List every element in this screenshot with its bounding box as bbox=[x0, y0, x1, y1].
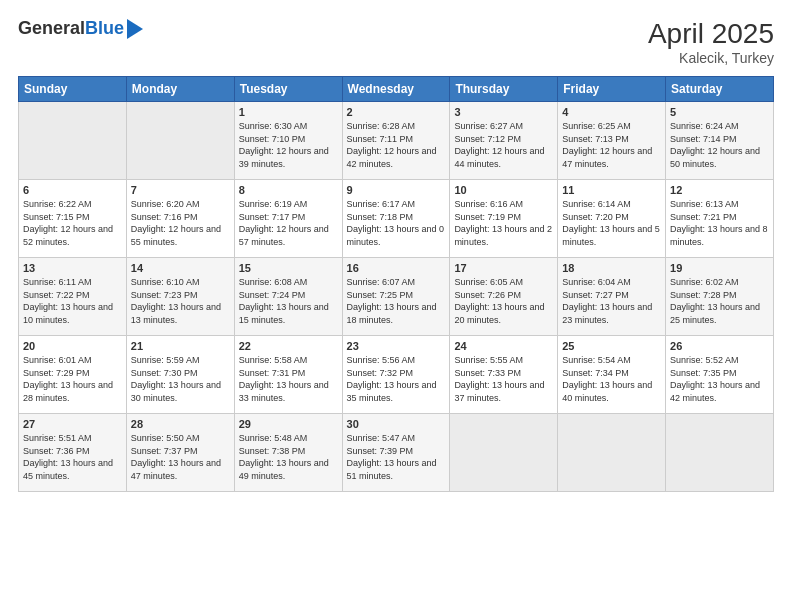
day-info: Sunrise: 6:04 AM Sunset: 7:27 PM Dayligh… bbox=[562, 276, 661, 326]
day-info: Sunrise: 6:27 AM Sunset: 7:12 PM Dayligh… bbox=[454, 120, 553, 170]
calendar-cell: 13Sunrise: 6:11 AM Sunset: 7:22 PM Dayli… bbox=[19, 258, 127, 336]
day-info: Sunrise: 5:51 AM Sunset: 7:36 PM Dayligh… bbox=[23, 432, 122, 482]
day-of-week-header: Friday bbox=[558, 77, 666, 102]
day-number: 8 bbox=[239, 184, 338, 196]
calendar-cell: 7Sunrise: 6:20 AM Sunset: 7:16 PM Daylig… bbox=[126, 180, 234, 258]
calendar-cell: 23Sunrise: 5:56 AM Sunset: 7:32 PM Dayli… bbox=[342, 336, 450, 414]
day-info: Sunrise: 5:54 AM Sunset: 7:34 PM Dayligh… bbox=[562, 354, 661, 404]
day-info: Sunrise: 5:48 AM Sunset: 7:38 PM Dayligh… bbox=[239, 432, 338, 482]
day-number: 7 bbox=[131, 184, 230, 196]
calendar-cell: 29Sunrise: 5:48 AM Sunset: 7:38 PM Dayli… bbox=[234, 414, 342, 492]
day-number: 5 bbox=[670, 106, 769, 118]
day-info: Sunrise: 6:11 AM Sunset: 7:22 PM Dayligh… bbox=[23, 276, 122, 326]
page: General Blue April 2025 Kalecik, Turkey … bbox=[0, 0, 792, 612]
calendar-cell: 8Sunrise: 6:19 AM Sunset: 7:17 PM Daylig… bbox=[234, 180, 342, 258]
day-info: Sunrise: 6:01 AM Sunset: 7:29 PM Dayligh… bbox=[23, 354, 122, 404]
calendar-cell: 1Sunrise: 6:30 AM Sunset: 7:10 PM Daylig… bbox=[234, 102, 342, 180]
calendar-cell: 25Sunrise: 5:54 AM Sunset: 7:34 PM Dayli… bbox=[558, 336, 666, 414]
day-of-week-header: Saturday bbox=[666, 77, 774, 102]
day-number: 2 bbox=[347, 106, 446, 118]
day-of-week-header: Thursday bbox=[450, 77, 558, 102]
day-number: 30 bbox=[347, 418, 446, 430]
calendar-week-row: 13Sunrise: 6:11 AM Sunset: 7:22 PM Dayli… bbox=[19, 258, 774, 336]
day-number: 27 bbox=[23, 418, 122, 430]
calendar-cell: 14Sunrise: 6:10 AM Sunset: 7:23 PM Dayli… bbox=[126, 258, 234, 336]
calendar-cell bbox=[126, 102, 234, 180]
day-number: 9 bbox=[347, 184, 446, 196]
calendar-week-row: 20Sunrise: 6:01 AM Sunset: 7:29 PM Dayli… bbox=[19, 336, 774, 414]
day-info: Sunrise: 6:02 AM Sunset: 7:28 PM Dayligh… bbox=[670, 276, 769, 326]
calendar-cell: 6Sunrise: 6:22 AM Sunset: 7:15 PM Daylig… bbox=[19, 180, 127, 258]
day-number: 24 bbox=[454, 340, 553, 352]
header: General Blue April 2025 Kalecik, Turkey bbox=[18, 18, 774, 66]
day-number: 1 bbox=[239, 106, 338, 118]
calendar-cell bbox=[558, 414, 666, 492]
calendar-week-row: 6Sunrise: 6:22 AM Sunset: 7:15 PM Daylig… bbox=[19, 180, 774, 258]
logo-general-text: General bbox=[18, 18, 85, 39]
day-info: Sunrise: 6:08 AM Sunset: 7:24 PM Dayligh… bbox=[239, 276, 338, 326]
day-number: 12 bbox=[670, 184, 769, 196]
day-number: 19 bbox=[670, 262, 769, 274]
day-number: 11 bbox=[562, 184, 661, 196]
calendar-cell: 27Sunrise: 5:51 AM Sunset: 7:36 PM Dayli… bbox=[19, 414, 127, 492]
day-info: Sunrise: 6:30 AM Sunset: 7:10 PM Dayligh… bbox=[239, 120, 338, 170]
calendar-cell: 30Sunrise: 5:47 AM Sunset: 7:39 PM Dayli… bbox=[342, 414, 450, 492]
day-info: Sunrise: 5:47 AM Sunset: 7:39 PM Dayligh… bbox=[347, 432, 446, 482]
day-info: Sunrise: 6:22 AM Sunset: 7:15 PM Dayligh… bbox=[23, 198, 122, 248]
day-info: Sunrise: 5:50 AM Sunset: 7:37 PM Dayligh… bbox=[131, 432, 230, 482]
day-info: Sunrise: 5:52 AM Sunset: 7:35 PM Dayligh… bbox=[670, 354, 769, 404]
day-number: 28 bbox=[131, 418, 230, 430]
day-info: Sunrise: 6:24 AM Sunset: 7:14 PM Dayligh… bbox=[670, 120, 769, 170]
day-info: Sunrise: 6:19 AM Sunset: 7:17 PM Dayligh… bbox=[239, 198, 338, 248]
day-of-week-header: Wednesday bbox=[342, 77, 450, 102]
calendar-cell bbox=[450, 414, 558, 492]
logo: General Blue bbox=[18, 18, 143, 39]
calendar-cell: 2Sunrise: 6:28 AM Sunset: 7:11 PM Daylig… bbox=[342, 102, 450, 180]
day-number: 26 bbox=[670, 340, 769, 352]
day-info: Sunrise: 6:16 AM Sunset: 7:19 PM Dayligh… bbox=[454, 198, 553, 248]
day-info: Sunrise: 6:20 AM Sunset: 7:16 PM Dayligh… bbox=[131, 198, 230, 248]
calendar-cell: 24Sunrise: 5:55 AM Sunset: 7:33 PM Dayli… bbox=[450, 336, 558, 414]
day-number: 4 bbox=[562, 106, 661, 118]
day-info: Sunrise: 6:25 AM Sunset: 7:13 PM Dayligh… bbox=[562, 120, 661, 170]
calendar-cell: 26Sunrise: 5:52 AM Sunset: 7:35 PM Dayli… bbox=[666, 336, 774, 414]
day-info: Sunrise: 6:14 AM Sunset: 7:20 PM Dayligh… bbox=[562, 198, 661, 248]
day-number: 6 bbox=[23, 184, 122, 196]
day-info: Sunrise: 6:28 AM Sunset: 7:11 PM Dayligh… bbox=[347, 120, 446, 170]
calendar-table: SundayMondayTuesdayWednesdayThursdayFrid… bbox=[18, 76, 774, 492]
day-number: 16 bbox=[347, 262, 446, 274]
day-number: 13 bbox=[23, 262, 122, 274]
day-number: 10 bbox=[454, 184, 553, 196]
day-number: 21 bbox=[131, 340, 230, 352]
day-number: 23 bbox=[347, 340, 446, 352]
calendar-cell bbox=[666, 414, 774, 492]
calendar-week-row: 1Sunrise: 6:30 AM Sunset: 7:10 PM Daylig… bbox=[19, 102, 774, 180]
month-title: April 2025 bbox=[648, 18, 774, 50]
day-info: Sunrise: 6:07 AM Sunset: 7:25 PM Dayligh… bbox=[347, 276, 446, 326]
day-number: 29 bbox=[239, 418, 338, 430]
calendar-cell: 9Sunrise: 6:17 AM Sunset: 7:18 PM Daylig… bbox=[342, 180, 450, 258]
calendar-cell: 16Sunrise: 6:07 AM Sunset: 7:25 PM Dayli… bbox=[342, 258, 450, 336]
day-number: 17 bbox=[454, 262, 553, 274]
calendar-cell: 15Sunrise: 6:08 AM Sunset: 7:24 PM Dayli… bbox=[234, 258, 342, 336]
day-number: 20 bbox=[23, 340, 122, 352]
day-number: 25 bbox=[562, 340, 661, 352]
calendar-cell: 11Sunrise: 6:14 AM Sunset: 7:20 PM Dayli… bbox=[558, 180, 666, 258]
calendar-cell: 19Sunrise: 6:02 AM Sunset: 7:28 PM Dayli… bbox=[666, 258, 774, 336]
day-number: 15 bbox=[239, 262, 338, 274]
calendar-cell: 3Sunrise: 6:27 AM Sunset: 7:12 PM Daylig… bbox=[450, 102, 558, 180]
day-number: 18 bbox=[562, 262, 661, 274]
calendar-cell bbox=[19, 102, 127, 180]
logo-blue-text: Blue bbox=[85, 18, 124, 39]
day-info: Sunrise: 5:59 AM Sunset: 7:30 PM Dayligh… bbox=[131, 354, 230, 404]
calendar-cell: 18Sunrise: 6:04 AM Sunset: 7:27 PM Dayli… bbox=[558, 258, 666, 336]
calendar-cell: 4Sunrise: 6:25 AM Sunset: 7:13 PM Daylig… bbox=[558, 102, 666, 180]
day-info: Sunrise: 6:10 AM Sunset: 7:23 PM Dayligh… bbox=[131, 276, 230, 326]
calendar-header-row: SundayMondayTuesdayWednesdayThursdayFrid… bbox=[19, 77, 774, 102]
day-info: Sunrise: 5:58 AM Sunset: 7:31 PM Dayligh… bbox=[239, 354, 338, 404]
day-info: Sunrise: 5:55 AM Sunset: 7:33 PM Dayligh… bbox=[454, 354, 553, 404]
calendar-cell: 21Sunrise: 5:59 AM Sunset: 7:30 PM Dayli… bbox=[126, 336, 234, 414]
day-info: Sunrise: 5:56 AM Sunset: 7:32 PM Dayligh… bbox=[347, 354, 446, 404]
day-of-week-header: Monday bbox=[126, 77, 234, 102]
calendar-cell: 10Sunrise: 6:16 AM Sunset: 7:19 PM Dayli… bbox=[450, 180, 558, 258]
